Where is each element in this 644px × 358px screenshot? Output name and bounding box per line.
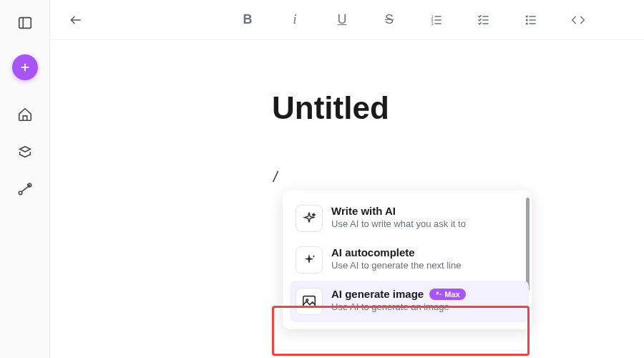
menu-item-desc: Use AI to write what you ask it to [331, 218, 523, 229]
menu-item-desc: Use AI to generate an image [331, 301, 523, 312]
home-icon[interactable] [15, 105, 35, 125]
menu-item-desc: Use AI to generate the next line [331, 260, 523, 271]
menu-item-ai-autocomplete[interactable]: AI autocomplete Use AI to generate the n… [290, 239, 529, 281]
slash-command-menu: Write with AI Use AI to write what you a… [283, 190, 532, 329]
menu-item-title: Write with AI [331, 205, 523, 217]
menu-item-write-with-ai[interactable]: Write with AI Use AI to write what you a… [290, 198, 529, 239]
flow-icon[interactable] [15, 179, 35, 199]
panel-toggle-icon[interactable] [15, 13, 35, 33]
topbar: B i U S 123 [50, 0, 644, 40]
format-toolbar: B i U S 123 [238, 10, 588, 30]
scrollbar[interactable] [526, 198, 530, 291]
max-badge: Max [429, 289, 465, 300]
code-button[interactable] [568, 10, 588, 30]
svg-text:3: 3 [431, 21, 434, 25]
menu-item-text: Write with AI Use AI to write what you a… [331, 205, 523, 229]
library-icon[interactable] [15, 142, 35, 162]
slash-command-trigger: / [273, 169, 644, 185]
underline-button[interactable]: U [332, 10, 352, 30]
italic-button[interactable]: i [285, 10, 305, 30]
bullet-list-button[interactable] [521, 10, 541, 30]
menu-item-title: AI autocomplete [331, 246, 523, 258]
sidebar [0, 0, 50, 358]
sparkle-outline-icon [296, 205, 323, 232]
svg-point-21 [526, 23, 527, 24]
back-button[interactable] [64, 9, 87, 32]
document-title[interactable]: Untitled [272, 90, 644, 126]
svg-point-20 [526, 19, 527, 21]
image-icon [296, 288, 323, 315]
checklist-button[interactable] [474, 10, 494, 30]
svg-point-19 [526, 16, 527, 17]
add-button[interactable] [12, 54, 38, 80]
menu-item-text: AI generate image Max Use AI to generate… [331, 288, 523, 312]
numbered-list-button[interactable]: 123 [426, 10, 447, 30]
sparkle-filled-icon [296, 246, 323, 274]
svg-rect-22 [303, 296, 316, 307]
menu-item-text: AI autocomplete Use AI to generate the n… [331, 246, 523, 271]
badge-label: Max [444, 290, 459, 299]
svg-point-4 [19, 191, 22, 195]
menu-item-title: AI generate image [331, 288, 424, 300]
bold-button[interactable]: B [238, 10, 258, 30]
menu-item-ai-generate-image[interactable]: AI generate image Max Use AI to generate… [290, 281, 529, 322]
strikethrough-button[interactable]: S [379, 10, 399, 30]
svg-rect-0 [19, 18, 31, 29]
